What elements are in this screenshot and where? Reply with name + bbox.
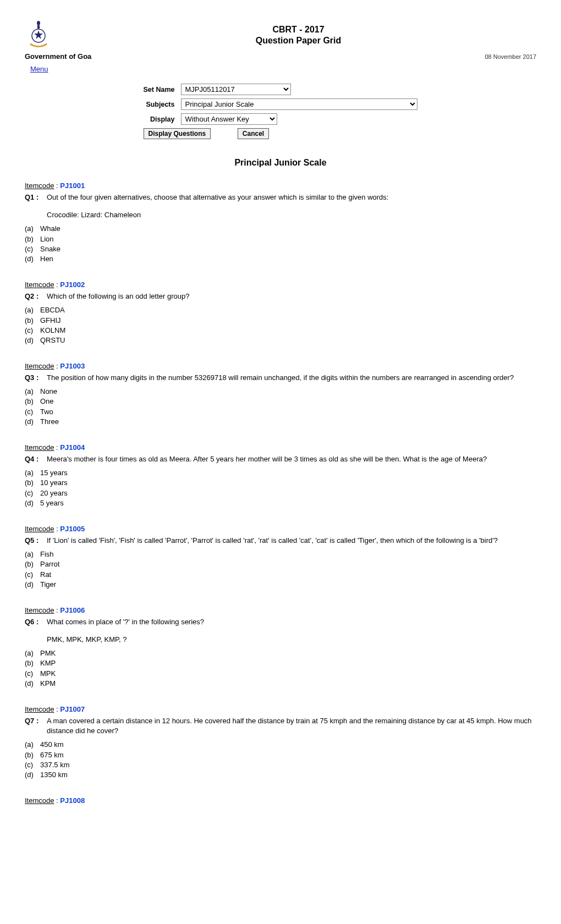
question-number: Q6 : xyxy=(25,617,47,645)
option-letter: (d) xyxy=(25,254,40,264)
option-text: KOLNM xyxy=(40,326,536,336)
question-extra: PMK, MPK, MKP, KMP, ? xyxy=(47,635,536,645)
question-block: Itemcode : PJ1006Q6 :What comes in place… xyxy=(25,606,536,689)
option-letter: (b) xyxy=(25,316,40,326)
question-number: Q1 : xyxy=(25,192,47,221)
itemcode-value[interactable]: PJ1005 xyxy=(60,525,85,533)
option-text: 450 km xyxy=(40,740,536,750)
question-block: Itemcode : PJ1001Q1 :Out of the four giv… xyxy=(25,182,536,264)
option-text: EBCDA xyxy=(40,305,536,315)
itemcode-value[interactable]: PJ1006 xyxy=(60,606,85,614)
itemcode-label: Itemcode xyxy=(25,280,54,289)
option-text: GFHIJ xyxy=(40,316,536,326)
option-letter: (a) xyxy=(25,468,40,478)
option-letter: (d) xyxy=(25,498,40,508)
option-letter: (c) xyxy=(25,407,40,417)
option-text: MPK xyxy=(40,669,536,679)
option-text: None xyxy=(40,387,536,397)
option-letter: (d) xyxy=(25,417,40,427)
question-text: If 'Lion' is called 'Fish', 'Fish' is ca… xyxy=(47,535,536,546)
question-block: Itemcode : PJ1008 xyxy=(25,796,536,805)
option-letter: (d) xyxy=(25,679,40,689)
option-text: Three xyxy=(40,417,536,427)
option-text: 10 years xyxy=(40,478,536,488)
itemcode-label: Itemcode xyxy=(25,182,54,190)
option-letter: (c) xyxy=(25,669,40,679)
itemcode-value[interactable]: PJ1003 xyxy=(60,362,85,370)
option-text: Rat xyxy=(40,570,536,580)
option-text: Tiger xyxy=(40,580,536,590)
question-number: Q4 : xyxy=(25,454,47,465)
option-text: Snake xyxy=(40,244,536,254)
question-number: Q5 : xyxy=(25,535,47,546)
setname-select[interactable]: MJPJ05112017 xyxy=(181,84,291,95)
svg-point-0 xyxy=(37,21,40,25)
menu-link[interactable]: Menu xyxy=(30,65,48,73)
controls-panel: Set Name MJPJ05112017 Subjects Principal… xyxy=(140,81,421,141)
svg-rect-1 xyxy=(37,25,40,29)
option-text: 20 years xyxy=(40,488,536,498)
option-letter: (c) xyxy=(25,570,40,580)
question-number: Q7 : xyxy=(25,716,47,736)
question-text: A man covered a certain distance in 12 h… xyxy=(47,716,536,736)
gov-label: Government of Goa xyxy=(25,52,91,61)
option-letter: (a) xyxy=(25,224,40,234)
option-letter: (a) xyxy=(25,648,40,658)
option-text: KPM xyxy=(40,679,536,689)
question-block: Itemcode : PJ1007Q7 :A man covered a cer… xyxy=(25,705,536,780)
option-text: QRSTU xyxy=(40,336,536,345)
option-text: KMP xyxy=(40,658,536,668)
question-extra: Crocodile: Lizard: Chameleon xyxy=(47,210,536,220)
gov-emblem-icon xyxy=(25,16,52,50)
subjects-select[interactable]: Principal Junior Scale xyxy=(181,98,417,110)
question-text: Which of the following is an odd letter … xyxy=(47,291,536,302)
option-text: Lion xyxy=(40,234,536,244)
option-letter: (a) xyxy=(25,305,40,315)
itemcode-value[interactable]: PJ1004 xyxy=(60,443,85,452)
itemcode-value[interactable]: PJ1002 xyxy=(60,280,85,289)
itemcode-label: Itemcode xyxy=(25,796,54,805)
itemcode-value[interactable]: PJ1007 xyxy=(60,705,85,713)
question-block: Itemcode : PJ1003Q3 :The position of how… xyxy=(25,362,536,427)
option-letter: (a) xyxy=(25,740,40,750)
setname-label: Set Name xyxy=(141,82,178,96)
itemcode-value[interactable]: PJ1008 xyxy=(60,796,85,805)
option-letter: (d) xyxy=(25,770,40,780)
option-text: 5 years xyxy=(40,498,536,508)
option-text: Hen xyxy=(40,254,536,264)
option-letter: (d) xyxy=(25,336,40,345)
itemcode-label: Itemcode xyxy=(25,705,54,713)
option-text: Fish xyxy=(40,549,536,559)
option-letter: (b) xyxy=(25,750,40,760)
option-text: 337.5 km xyxy=(40,760,536,770)
question-block: Itemcode : PJ1005Q5 :If 'Lion' is called… xyxy=(25,525,536,590)
option-letter: (c) xyxy=(25,244,40,254)
itemcode-value[interactable]: PJ1001 xyxy=(60,182,85,190)
subjects-label: Subjects xyxy=(141,97,178,111)
option-text: PMK xyxy=(40,648,536,658)
option-text: One xyxy=(40,397,536,406)
question-text: What comes in place of '?' in the follow… xyxy=(47,617,536,645)
option-letter: (c) xyxy=(25,488,40,498)
option-letter: (a) xyxy=(25,549,40,559)
question-number: Q3 : xyxy=(25,372,47,383)
question-text: Meera's mother is four times as old as M… xyxy=(47,454,536,465)
option-letter: (b) xyxy=(25,478,40,488)
option-letter: (d) xyxy=(25,580,40,590)
question-number: Q2 : xyxy=(25,291,47,302)
cancel-button[interactable]: Cancel xyxy=(238,128,269,139)
itemcode-label: Itemcode xyxy=(25,362,54,370)
question-text: Out of the four given alternatives, choo… xyxy=(47,192,536,221)
subject-heading: Principal Junior Scale xyxy=(25,158,536,168)
option-letter: (c) xyxy=(25,760,40,770)
option-letter: (c) xyxy=(25,326,40,336)
display-label: Display xyxy=(141,112,178,126)
display-select[interactable]: Without Answer Key xyxy=(181,113,277,125)
itemcode-label: Itemcode xyxy=(25,443,54,452)
page-title-line1: CBRT - 2017 xyxy=(61,25,536,35)
question-text: The position of how many digits in the n… xyxy=(47,372,536,383)
question-block: Itemcode : PJ1004Q4 :Meera's mother is f… xyxy=(25,443,536,508)
itemcode-label: Itemcode xyxy=(25,606,54,614)
svg-marker-3 xyxy=(34,30,43,39)
display-questions-button[interactable]: Display Questions xyxy=(144,128,211,139)
